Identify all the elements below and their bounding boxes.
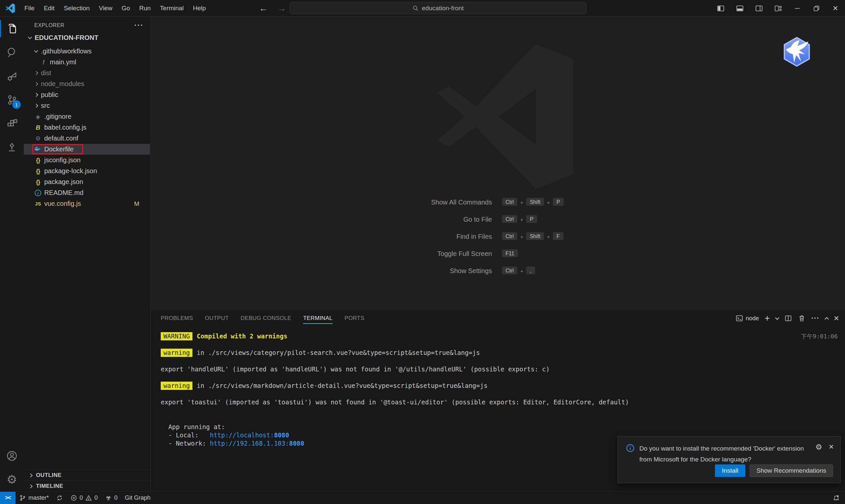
status-bar: >< master* 0 0 0 Git Graph	[0, 491, 845, 504]
explorer-actions-icon[interactable]: ···	[134, 21, 144, 30]
command-center[interactable]: education-front	[289, 2, 586, 14]
file-label: .gitignore	[44, 113, 71, 120]
menu-terminal[interactable]: Terminal	[156, 0, 189, 17]
minimize-icon[interactable]	[788, 0, 807, 17]
shortcut-label: Show Settings	[304, 267, 502, 275]
toggle-panel-icon[interactable]	[730, 0, 749, 17]
settings-gear-icon[interactable]: ⚙	[0, 468, 24, 491]
menu-view[interactable]: View	[94, 0, 117, 17]
panel-tab-debug-console[interactable]: DEBUG CONSOLE	[241, 310, 292, 326]
chevron-right-icon	[29, 473, 33, 478]
terminal-line: warningin ./src/views/category/pilot-sea…	[161, 349, 845, 357]
tree-item-node-modules[interactable]: node_modules	[24, 78, 150, 89]
section-outline[interactable]: OUTLINE	[24, 470, 150, 481]
install-button[interactable]: Install	[715, 464, 745, 477]
git-graph-view-icon[interactable]	[0, 136, 24, 159]
menu-file[interactable]: File	[20, 0, 39, 17]
tree-item-package-lock-json[interactable]: {}package-lock.json	[24, 166, 150, 177]
panel-tab-output[interactable]: OUTPUT	[205, 310, 229, 326]
tree-item-babel-config-js[interactable]: Bbabel.config.js	[24, 122, 150, 133]
tree-item-src[interactable]: src	[24, 100, 150, 111]
menu-selection[interactable]: Selection	[59, 0, 94, 17]
tree-item-vue-config-js[interactable]: JSvue.config.jsM	[24, 198, 150, 209]
git-graph-button[interactable]: Git Graph	[121, 492, 154, 504]
tree-item-dist[interactable]: dist	[24, 68, 150, 78]
notifications-bell[interactable]	[829, 492, 845, 504]
tree-item-package-json[interactable]: {}package.json	[24, 177, 150, 187]
terminal-url[interactable]: http://localhost:	[210, 431, 274, 439]
panel-tab-problems[interactable]: PROBLEMS	[161, 310, 193, 326]
tree-item-readme-md[interactable]: iREADME.md	[24, 187, 150, 198]
terminal-url-port[interactable]: 8080	[289, 440, 304, 447]
extensions-icon[interactable]	[0, 112, 24, 136]
tree-item-public[interactable]: public	[24, 89, 150, 100]
explorer-sidebar: EXPLORER ··· EDUCATION-FRONT .github\wor…	[24, 17, 151, 491]
back-icon[interactable]: ←	[259, 3, 268, 14]
file-label: package-lock.json	[44, 167, 97, 175]
menu-run[interactable]: Run	[135, 0, 156, 17]
tree-item-gitignore[interactable]: ◈.gitignore	[24, 111, 150, 122]
terminal-url-port[interactable]: 8080	[274, 431, 289, 439]
terminal-url[interactable]: http://192.168.1.103:	[210, 440, 289, 447]
explorer-icon[interactable]	[0, 17, 24, 40]
terminal-dropdown-icon[interactable]	[775, 316, 779, 320]
search-view-icon[interactable]	[0, 40, 24, 64]
vscode-window: FileEditSelectionViewGoRunTerminalHelp ←…	[0, 0, 845, 504]
ports-indicator[interactable]: 0	[101, 492, 121, 504]
account-icon[interactable]	[0, 444, 24, 468]
sync-button[interactable]	[52, 492, 67, 504]
problems-indicator[interactable]: 0 0	[67, 492, 101, 504]
panel-tab-terminal[interactable]: TERMINAL	[303, 310, 332, 326]
branch-indicator[interactable]: master*	[16, 492, 52, 504]
chevron-down-icon	[34, 49, 38, 53]
close-panel-icon[interactable]: ×	[834, 313, 839, 324]
forward-icon[interactable]: →	[278, 3, 286, 14]
terminal-shell-item[interactable]: node	[735, 314, 759, 322]
file-label: vue.config.js	[44, 200, 81, 208]
terminal-line: warningin ./src/views/markdown/article-d…	[161, 382, 845, 390]
notification-close-icon[interactable]: ×	[829, 442, 834, 452]
menu-help[interactable]: Help	[188, 0, 210, 17]
remote-indicator[interactable]: ><	[0, 492, 16, 504]
tree-item-main-yml[interactable]: !main.yml	[24, 57, 150, 68]
restore-icon[interactable]	[807, 0, 826, 17]
maximize-panel-icon[interactable]	[825, 317, 829, 321]
new-terminal-icon[interactable]: +	[764, 314, 770, 323]
git-modified-badge: M	[134, 200, 139, 208]
split-terminal-icon[interactable]	[784, 314, 792, 322]
tree-item-default-conf[interactable]: ⚙default.conf	[24, 133, 150, 144]
toggle-sidebar-icon[interactable]	[711, 0, 730, 17]
shortcut-show-settings[interactable]: Show SettingsCtrl+,	[159, 262, 845, 280]
terminal-line	[161, 340, 845, 349]
terminal-lines: WARNINGCompiled with 2 warnings warningi…	[161, 332, 845, 448]
panel-tab-ports[interactable]: PORTS	[345, 310, 365, 326]
shortcut-keys: Ctrl+P	[502, 215, 700, 223]
show-recommendations-button[interactable]: Show Recommendations	[750, 464, 833, 477]
tree-root-folder[interactable]: EDUCATION-FRONT	[24, 32, 150, 43]
menubar: FileEditSelectionViewGoRunTerminalHelp	[20, 0, 211, 16]
sync-icon	[56, 494, 63, 501]
tree-item-github-workflows[interactable]: .github\workflows	[24, 46, 150, 57]
error-icon	[70, 494, 77, 501]
tree-item-dockerfile[interactable]: Dockerfile	[24, 144, 150, 155]
tree-item-jsconfig-json[interactable]: {}jsconfig.json	[24, 155, 150, 166]
plus-separator: +	[520, 217, 523, 222]
source-control-icon[interactable]: 1	[0, 88, 24, 112]
run-debug-icon[interactable]	[0, 64, 24, 88]
panel-more-icon[interactable]: ···	[811, 314, 820, 323]
shortcut-find-in-files[interactable]: Find in FilesCtrl+Shift+F	[159, 228, 845, 245]
shortcut-go-to-file[interactable]: Go to FileCtrl+P	[159, 211, 845, 228]
menu-edit[interactable]: Edit	[39, 0, 59, 17]
kill-terminal-icon[interactable]	[798, 314, 806, 322]
toggle-secondary-sidebar-icon[interactable]	[749, 0, 769, 17]
info-icon	[626, 444, 635, 452]
customize-layout-icon[interactable]	[769, 0, 788, 17]
shortcut-label: Go to File	[304, 216, 502, 223]
thunder-bird-icon[interactable]	[781, 37, 812, 67]
shortcut-show-all-commands[interactable]: Show All CommandsCtrl+Shift+P	[159, 194, 845, 211]
menu-go[interactable]: Go	[117, 0, 134, 17]
section-timeline[interactable]: TIMELINE	[24, 481, 150, 491]
close-icon[interactable]: ×	[826, 0, 845, 17]
notification-settings-icon[interactable]: ⚙	[815, 443, 822, 451]
shortcut-toggle-full-screen[interactable]: Toggle Full ScreenF11	[159, 245, 845, 262]
